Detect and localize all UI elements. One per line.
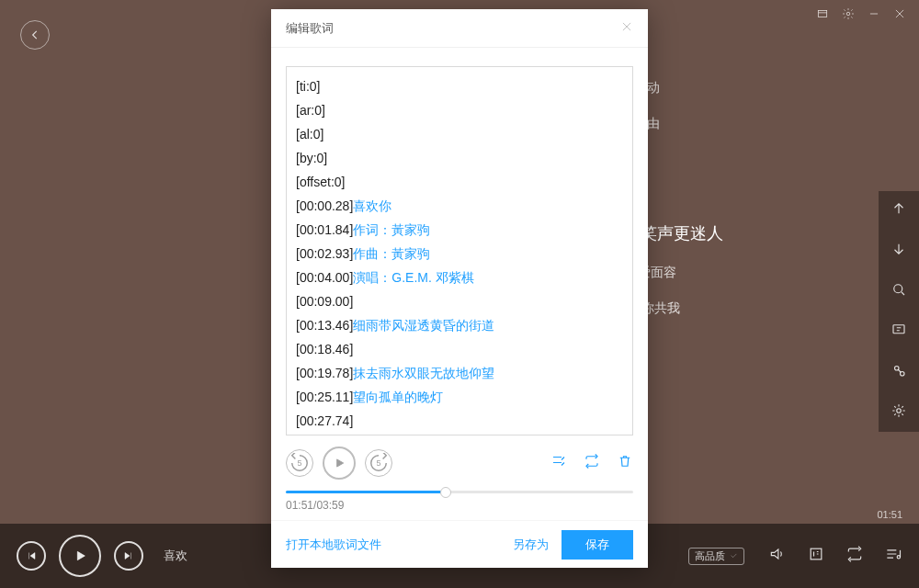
lyric-timestamp: [00:02.93]: [296, 246, 353, 261]
lyric-line[interactable]: [00:04.00]演唱：G.E.M. 邓紫棋: [296, 266, 623, 289]
sync-icon[interactable]: [584, 453, 600, 473]
modal-title: 编辑歌词: [286, 20, 334, 37]
lyric-line[interactable]: [00:01.84]作词：黃家驹: [296, 218, 623, 242]
lyric-line[interactable]: [00:27.74]: [296, 409, 623, 433]
forward-5s-button[interactable]: 5: [365, 449, 392, 477]
lyric-timestamp: [00:00.28]: [296, 198, 353, 213]
lyric-timestamp: [00:13.46]: [296, 318, 353, 333]
lyric-timestamp: [00:19.78]: [296, 366, 353, 380]
lyric-timestamp: [ti:0]: [296, 79, 320, 94]
lyric-timestamp: [by:0]: [296, 151, 327, 165]
save-button[interactable]: 保存: [562, 530, 633, 560]
lyric-timestamp: [ar:0]: [296, 103, 325, 118]
insert-timestamp-icon[interactable]: [550, 453, 567, 473]
lyric-timestamp: [00:01.84]: [296, 222, 353, 237]
lyric-text: 望向孤单的晚灯: [353, 390, 443, 404]
modal-seekbar[interactable]: [286, 491, 633, 493]
modal-close-button[interactable]: [620, 20, 633, 36]
lyric-timestamp: [00:04.00]: [296, 270, 353, 285]
lyric-timestamp: [00:25.11]: [296, 390, 353, 404]
delete-line-icon[interactable]: [617, 453, 633, 473]
open-local-link[interactable]: 打开本地歌词文件: [286, 537, 381, 553]
lyric-line[interactable]: [al:0]: [296, 122, 623, 146]
lyric-line[interactable]: [ti:0]: [296, 74, 623, 98]
lyric-line[interactable]: [00:13.46]细雨带风湿透黄昏的街道: [296, 313, 623, 337]
lyric-line[interactable]: [00:02.93]作曲：黃家驹: [296, 242, 623, 266]
lyric-timestamp: [offset:0]: [296, 175, 345, 189]
modal-time-text: 01:51/03:59: [286, 499, 633, 512]
lyric-textarea[interactable]: [ti:0][ar:0][al:0][by:0][offset:0][00:00…: [286, 66, 633, 435]
lyric-text: 演唱：G.E.M. 邓紫棋: [353, 270, 473, 285]
lyric-line[interactable]: [00:25.11]望向孤单的晚灯: [296, 385, 623, 409]
lyric-line[interactable]: [by:0]: [296, 146, 623, 170]
lyric-line[interactable]: [offset:0]: [296, 170, 623, 194]
lyric-line[interactable]: [00:09.00]: [296, 289, 623, 313]
modal-seekbar-row: 01:51/03:59: [286, 491, 633, 512]
lyric-line[interactable]: [00:19.78]抹去雨水双眼无故地仰望: [296, 361, 623, 385]
lyric-text: 作词：黃家驹: [353, 222, 430, 237]
modal-media-controls: 5 5: [286, 447, 633, 480]
lyric-timestamp: [00:09.00]: [296, 294, 353, 309]
lyric-timestamp: [al:0]: [296, 127, 323, 141]
lyric-line[interactable]: [00:18.46]: [296, 337, 623, 361]
lyric-line[interactable]: [ar:0]: [296, 98, 623, 122]
modal-titlebar: 编辑歌词: [271, 9, 648, 48]
lyric-timestamp: [00:27.74]: [296, 413, 353, 428]
modal-seekdot[interactable]: [440, 487, 451, 498]
modal-overlay: 编辑歌词 [ti:0][ar:0][al:0][by:0][offset:0][…: [0, 0, 919, 588]
edit-lyrics-modal: 编辑歌词 [ti:0][ar:0][al:0][by:0][offset:0][…: [271, 9, 648, 568]
rewind-5s-button[interactable]: 5: [286, 449, 313, 477]
save-as-link[interactable]: 另存为: [513, 537, 549, 553]
modal-play-button[interactable]: [323, 447, 356, 480]
lyric-text: 抹去雨水双眼无故地仰望: [353, 366, 494, 380]
modal-seekfill: [286, 491, 446, 493]
lyric-text: 喜欢你: [353, 198, 391, 213]
lyric-text: 细雨带风湿透黄昏的街道: [353, 318, 494, 333]
lyric-text: 作曲：黃家驹: [353, 246, 430, 261]
modal-footer: 打开本地歌词文件 另存为 保存: [271, 520, 648, 568]
lyric-timestamp: [00:18.46]: [296, 342, 353, 356]
lyric-line[interactable]: [00:00.28]喜欢你: [296, 194, 623, 218]
